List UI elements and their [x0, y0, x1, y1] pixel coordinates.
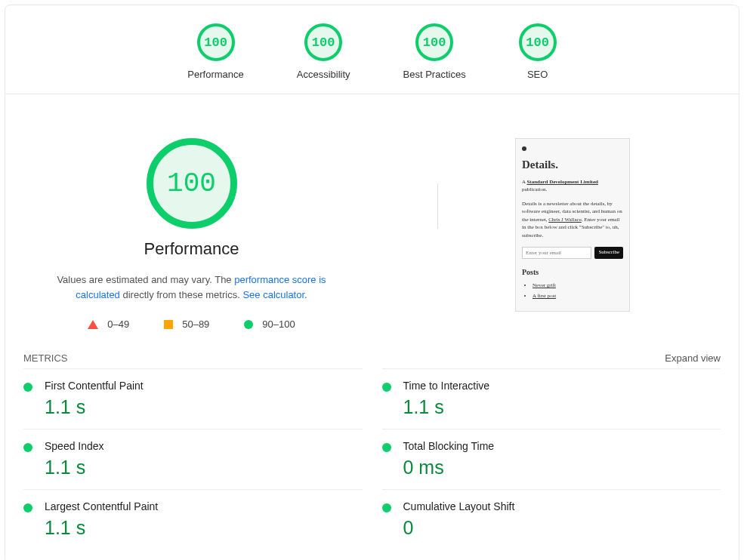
- legend-poor: 0–49: [88, 318, 129, 330]
- link-see-calculator[interactable]: See calculator.: [242, 289, 307, 300]
- gauge-best-practices-label: Best Practices: [403, 69, 466, 80]
- report-body: 100 Performance Values are estimated and…: [5, 108, 739, 330]
- desc-mid: directly from these metrics.: [120, 289, 243, 300]
- expand-view-toggle[interactable]: Expand view: [665, 352, 721, 364]
- metric-value: 1.1 s: [45, 396, 144, 418]
- metrics-col-left: First Contentful Paint 1.1 s Speed Index…: [23, 368, 363, 549]
- preview-subtitle: A Standard Development Limited publicati…: [522, 179, 623, 194]
- status-dot-icon: [382, 503, 391, 512]
- metrics-header: METRICS Expand view: [5, 330, 739, 368]
- metric-label: Speed Index: [45, 440, 104, 452]
- gauge-accessibility-label: Accessibility: [297, 69, 350, 80]
- preview-post-item: Never grift: [533, 282, 623, 288]
- gauge-performance-value: 100: [204, 35, 227, 50]
- metrics-col-right: Time to Interactive 1.1 s Total Blocking…: [382, 368, 721, 549]
- lighthouse-report-card: 100 Performance 100 Accessibility 100 Be…: [5, 5, 739, 560]
- gauge-seo-label: SEO: [527, 69, 548, 80]
- metric-label: Total Blocking Time: [403, 440, 495, 452]
- vertical-divider: [437, 183, 438, 229]
- metric-label: First Contentful Paint: [45, 380, 144, 392]
- main-gauge: 100: [147, 138, 237, 229]
- score-seo[interactable]: 100 SEO: [519, 23, 557, 80]
- gauge-performance: 100: [197, 23, 235, 61]
- metric-value: 1.1 s: [45, 457, 104, 478]
- gauge-seo: 100: [519, 23, 557, 61]
- square-icon: [164, 320, 173, 329]
- desc-prefix: Values are estimated and may vary. The: [57, 274, 234, 285]
- legend-poor-label: 0–49: [107, 318, 129, 330]
- metric-label: Cumulative Layout Shift: [403, 500, 515, 512]
- gauge-seo-value: 100: [526, 35, 549, 50]
- gauge-best-practices: 100: [415, 23, 453, 61]
- gauge-accessibility: 100: [304, 23, 342, 61]
- page-preview-thumbnail: Details. A Standard Development Limited …: [515, 138, 630, 312]
- triangle-icon: [88, 320, 98, 329]
- preview-subscribe-button: Subscribe: [594, 247, 623, 259]
- metrics-heading: METRICS: [23, 352, 68, 364]
- metric-cls[interactable]: Cumulative Layout Shift 0: [382, 489, 721, 549]
- status-dot-icon: [23, 503, 32, 512]
- main-gauge-value: 100: [167, 168, 216, 199]
- preview-logo-dot: [522, 146, 526, 151]
- metric-si[interactable]: Speed Index 1.1 s: [23, 429, 363, 489]
- metric-value: 0 ms: [403, 457, 495, 478]
- metrics-grid: First Contentful Paint 1.1 s Speed Index…: [5, 368, 739, 549]
- metric-fcp[interactable]: First Contentful Paint 1.1 s: [23, 368, 363, 429]
- metric-value: 1.1 s: [45, 517, 158, 539]
- status-dot-icon: [382, 383, 391, 392]
- performance-description: Values are estimated and may vary. The p…: [45, 272, 339, 302]
- legend-good-label: 90–100: [262, 318, 295, 330]
- metric-label: Time to Interactive: [403, 380, 490, 392]
- preview-post-item: A first post: [533, 293, 623, 299]
- score-legend: 0–49 50–89 90–100: [88, 318, 295, 330]
- metric-lcp[interactable]: Largest Contentful Paint 1.1 s: [23, 489, 363, 549]
- gauge-best-practices-value: 100: [423, 35, 446, 50]
- status-dot-icon: [382, 443, 391, 452]
- legend-good: 90–100: [244, 318, 295, 330]
- legend-average: 50–89: [164, 318, 209, 330]
- performance-block: 100 Performance Values are estimated and…: [23, 138, 360, 330]
- score-best-practices[interactable]: 100 Best Practices: [403, 23, 466, 80]
- score-summary-row: 100 Performance 100 Accessibility 100 Be…: [5, 14, 739, 94]
- status-dot-icon: [23, 443, 32, 452]
- preview-posts-list: Never grift A first post: [522, 282, 623, 299]
- preview-paragraph: Details is a newsletter about the detail…: [522, 200, 623, 240]
- preview-email-input: [522, 247, 591, 259]
- score-performance[interactable]: 100 Performance: [187, 23, 243, 80]
- main-gauge-title: Performance: [144, 239, 239, 259]
- metric-tbt[interactable]: Total Blocking Time 0 ms: [382, 429, 721, 489]
- preview-subscribe-row: Subscribe: [522, 247, 623, 259]
- metric-label: Largest Contentful Paint: [45, 500, 158, 512]
- score-accessibility[interactable]: 100 Accessibility: [297, 23, 350, 80]
- circle-icon: [244, 320, 253, 329]
- metric-tti[interactable]: Time to Interactive 1.1 s: [382, 368, 721, 429]
- preview-posts-heading: Posts: [522, 268, 623, 276]
- preview-title: Details.: [522, 158, 623, 171]
- gauge-performance-label: Performance: [187, 69, 243, 80]
- status-dot-icon: [23, 383, 32, 392]
- metric-value: 1.1 s: [403, 396, 490, 418]
- gauge-accessibility-value: 100: [312, 35, 335, 50]
- metric-value: 0: [403, 517, 515, 539]
- legend-average-label: 50–89: [182, 318, 209, 330]
